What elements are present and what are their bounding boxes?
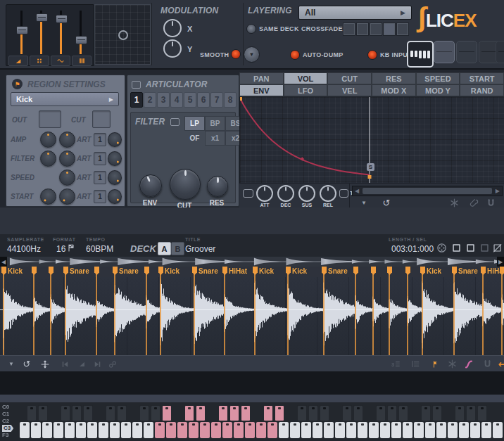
key-white[interactable] — [256, 422, 266, 438]
ramp-mode-button[interactable] — [8, 56, 28, 66]
view-button-keyboard[interactable] — [407, 41, 434, 68]
key-white[interactable] — [346, 422, 356, 438]
filter-opt-x1[interactable]: x1 — [205, 131, 225, 146]
key-black[interactable] — [229, 405, 239, 421]
key-black[interactable] — [342, 405, 352, 421]
xy-pad[interactable] — [94, 4, 151, 65]
key-white[interactable] — [222, 422, 232, 438]
key-white[interactable] — [369, 422, 379, 438]
key-white[interactable] — [200, 422, 210, 438]
slider-handle[interactable] — [16, 26, 28, 34]
filter-mode-bp[interactable]: BP — [205, 116, 225, 131]
view-button-3[interactable] — [456, 41, 477, 63]
region-knob[interactable] — [59, 132, 75, 148]
key-white[interactable] — [335, 422, 345, 438]
key-white[interactable] — [42, 422, 52, 438]
filter-opt-of[interactable]: OF — [184, 131, 205, 146]
wave-tool-h-arrows-icon[interactable]: ↔ — [496, 358, 504, 370]
key-black[interactable] — [38, 405, 48, 421]
key-black[interactable] — [162, 405, 172, 421]
key-white[interactable] — [425, 422, 435, 438]
filter-checkbox[interactable] — [170, 118, 179, 126]
envelope-grid[interactable]: S — [239, 97, 504, 183]
mod-x-knob-dial[interactable] — [163, 19, 182, 37]
filter-mode-lp[interactable]: LP — [184, 116, 205, 131]
wave-tool-refresh-icon[interactable]: ↺ — [20, 358, 34, 370]
env-target-tab-start[interactable]: START — [460, 72, 504, 84]
snap-magnet-icon[interactable] — [484, 198, 497, 207]
slide-snowflake-icon[interactable] — [448, 198, 460, 207]
env-type-tab-rand[interactable]: RAND — [460, 84, 504, 96]
wave-tool-link-icon[interactable] — [106, 358, 120, 370]
key-white[interactable] — [290, 422, 300, 438]
key-white[interactable] — [436, 422, 446, 438]
wave-tool-ramp-small-icon[interactable] — [75, 358, 89, 370]
square-icon[interactable] — [452, 243, 461, 253]
key-white[interactable] — [166, 422, 176, 438]
mod-x-knob[interactable] — [163, 19, 182, 37]
key-black[interactable] — [455, 405, 465, 421]
key-black[interactable] — [196, 405, 206, 421]
crossfade-cell[interactable] — [383, 23, 396, 36]
key-white[interactable] — [110, 422, 120, 438]
articulator-slot-8[interactable]: 8 — [224, 92, 237, 108]
env-target-tab-speed[interactable]: SPEED — [416, 72, 460, 84]
key-black[interactable] — [466, 405, 476, 421]
deck-a-button[interactable]: A — [158, 242, 171, 255]
key-white[interactable] — [358, 422, 367, 438]
mod-y-knob[interactable] — [163, 39, 182, 58]
pad-mode-button[interactable] — [30, 56, 49, 66]
key-white[interactable] — [155, 422, 165, 438]
key-black[interactable] — [61, 405, 70, 421]
key-black[interactable] — [275, 405, 284, 421]
auto-dump-led[interactable] — [290, 50, 300, 60]
key-white[interactable] — [403, 422, 412, 438]
envelope-scrollbar[interactable]: ◀ ▶ — [352, 186, 503, 196]
key-white[interactable] — [245, 422, 255, 438]
art-value-box[interactable]: 1 — [94, 171, 106, 184]
slider-handle[interactable] — [56, 15, 68, 23]
key-black[interactable] — [139, 405, 149, 421]
scrollbar-thumb[interactable] — [363, 188, 492, 194]
smooth-led[interactable] — [231, 49, 241, 59]
wave-tool-skip-end-icon[interactable] — [90, 358, 104, 370]
key-black[interactable] — [353, 405, 363, 421]
env-target-tab-cut[interactable]: CUT — [327, 72, 372, 84]
key-black[interactable] — [320, 405, 329, 421]
art-knob[interactable] — [108, 189, 122, 204]
art-value-box[interactable]: 1 — [94, 190, 106, 203]
art-knob[interactable] — [108, 132, 122, 147]
articulator-slot-5[interactable]: 5 — [184, 92, 196, 108]
key-black[interactable] — [83, 405, 93, 421]
art-knob[interactable] — [108, 170, 122, 185]
filter-knob-dial[interactable] — [170, 169, 201, 200]
tempo-toggle[interactable] — [339, 189, 348, 198]
crossfade-cell[interactable] — [396, 23, 409, 36]
region-knob[interactable] — [59, 188, 75, 205]
region-knob[interactable] — [40, 188, 56, 205]
horizontal-zoom-icon[interactable]: ↔ — [501, 198, 504, 207]
key-black[interactable] — [184, 405, 194, 421]
key-white[interactable] — [279, 422, 289, 438]
wave-tool-normalize-icon[interactable] — [38, 358, 52, 370]
key-white[interactable] — [301, 422, 311, 438]
key-black[interactable] — [477, 405, 487, 421]
articulator-slot-2[interactable]: 2 — [144, 92, 156, 108]
adsr-knob-dial[interactable] — [298, 185, 315, 202]
square-dim-icon[interactable] — [480, 243, 489, 253]
key-white[interactable] — [313, 422, 322, 438]
key-white[interactable] — [189, 422, 199, 438]
kb-input-led[interactable] — [367, 50, 377, 60]
key-white[interactable] — [267, 422, 277, 438]
key-white[interactable] — [53, 422, 63, 438]
key-white[interactable] — [20, 422, 30, 438]
key-white[interactable] — [65, 422, 75, 438]
region-knob[interactable] — [59, 151, 75, 167]
square-icon[interactable] — [466, 243, 475, 253]
key-white[interactable] — [132, 422, 142, 438]
key-white[interactable] — [121, 422, 131, 438]
square-slash-icon[interactable] — [493, 243, 502, 253]
key-black[interactable] — [241, 405, 251, 421]
region-knob[interactable] — [40, 151, 56, 167]
cut-box[interactable] — [92, 110, 111, 128]
